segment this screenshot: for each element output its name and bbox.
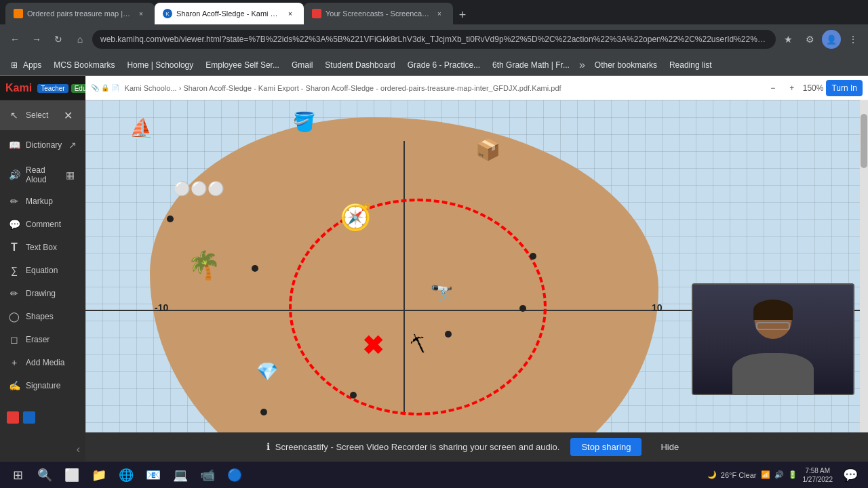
- tab-2-title: Sharon Acoff-Sledge - Kami Exp...: [176, 9, 281, 18]
- x-mark-item: ✖: [362, 331, 384, 361]
- scrollbar-thumb[interactable]: [861, 114, 867, 168]
- kami-path: Kami Schoolo... › Sharon Acoff-Sledge - …: [125, 84, 760, 92]
- dictionary-extra: ↗: [67, 136, 77, 155]
- system-tray: 🌙 26°F Clear 📶 🔊 🔋: [707, 470, 797, 479]
- hide-button[interactable]: Hide: [652, 438, 687, 456]
- taskbar-zoom[interactable]: 📹: [195, 463, 220, 487]
- tool-drawing[interactable]: ✏ Drawing: [0, 282, 85, 305]
- zoom-level: 150%: [803, 83, 824, 93]
- tool-select[interactable]: ↖ Select ✕: [0, 100, 85, 130]
- clock-date: 1/27/2022: [803, 475, 833, 484]
- drawing-label: Drawing: [26, 289, 56, 298]
- select-extra: ✕: [58, 106, 77, 125]
- tool-shapes[interactable]: ◯ Shapes: [0, 305, 85, 328]
- address-bar[interactable]: web.kamihq.com/web/viewer.html?state=%7B…: [92, 30, 776, 49]
- content-wrapper: Kami Teacher Edu ↖ Select ✕ 📖 Dictionary…: [0, 76, 868, 461]
- profile-button[interactable]: 👤: [822, 30, 841, 49]
- bookmark-gmail[interactable]: Gmail: [286, 58, 318, 73]
- more-bookmarks[interactable]: »: [576, 56, 588, 74]
- wifi-icon: 📶: [761, 470, 770, 479]
- collapse-icon: ‹: [77, 443, 80, 455]
- tab-2-close[interactable]: ×: [285, 8, 296, 19]
- taskbar-right: 🌙 26°F Clear 📶 🔊 🔋 7:58 AM 1/27/2022 💬: [707, 463, 863, 487]
- apps-label: Apps: [23, 60, 41, 70]
- taskbar-explorer[interactable]: 📁: [87, 463, 111, 487]
- zoom-out-button[interactable]: −: [765, 80, 781, 96]
- app-wrapper: Ordered pairs treasure map | Sc... × K S…: [0, 0, 868, 488]
- forward-button[interactable]: →: [27, 30, 46, 49]
- kami-sidebar: Kami Teacher Edu ↖ Select ✕ 📖 Dictionary…: [0, 76, 85, 461]
- scrollbar[interactable]: [860, 100, 868, 432]
- tool-eraser[interactable]: ◻ Eraser: [0, 328, 85, 351]
- axis-label-left: -10: [155, 302, 168, 313]
- zoom-in-button[interactable]: +: [784, 80, 800, 96]
- webcam-overlay: [692, 283, 854, 395]
- back-button[interactable]: ←: [5, 30, 24, 49]
- tool-dictionary[interactable]: 📖 Dictionary ↗: [0, 130, 85, 160]
- tab-2[interactable]: K Sharon Acoff-Sledge - Kami Exp... ×: [155, 3, 304, 24]
- read-aloud-extra: ▦: [63, 165, 77, 184]
- bookmark-grade6[interactable]: Grade 6 - Practice...: [402, 58, 486, 73]
- tool-equation[interactable]: ∑ Equation: [0, 259, 85, 282]
- dot-7: [260, 409, 267, 415]
- apps-favicon: ⊞: [11, 60, 20, 70]
- toolbar-right: ★ ⚙ 👤 ⋮: [778, 30, 863, 49]
- bookmark-6thmath[interactable]: 6th Grade Math | Fr...: [487, 58, 575, 73]
- gem-item: 💎: [256, 361, 278, 382]
- tool-read-aloud[interactable]: 🔊 Read Aloud ▦: [0, 160, 85, 190]
- turn-in-button[interactable]: Turn In: [826, 80, 863, 96]
- bookmark-home[interactable]: Home | Schoology: [121, 58, 199, 73]
- markup-label: Markup: [26, 197, 53, 206]
- 6thmath-label: 6th Grade Math | Fr...: [492, 60, 570, 70]
- tab-1[interactable]: Ordered pairs treasure map | Sc... ×: [5, 3, 155, 24]
- tab-3-close[interactable]: ×: [434, 8, 445, 19]
- tab-1-close[interactable]: ×: [136, 8, 146, 19]
- dot-2: [252, 265, 258, 272]
- tool-add-media[interactable]: + Add Media: [0, 351, 85, 374]
- comment-icon: 💬: [8, 218, 20, 230]
- bookmark-reading[interactable]: Reading list: [664, 58, 717, 73]
- bookmark-apps[interactable]: ⊞ Apps: [5, 58, 47, 73]
- refresh-button[interactable]: ↻: [49, 30, 68, 49]
- taskbar-mail[interactable]: 📧: [141, 463, 165, 487]
- windows-start-button[interactable]: ⊞: [5, 463, 30, 487]
- menu-button[interactable]: ⋮: [844, 30, 863, 49]
- tab-3[interactable]: Your Screencasts - Screencastify ×: [304, 3, 453, 24]
- kami-top-bar: 📎 🔒 📄 Kami Schoolo... › Sharon Acoff-Sle…: [85, 76, 868, 100]
- gmail-label: Gmail: [292, 60, 313, 70]
- color-blue[interactable]: [23, 411, 35, 424]
- taskbar-task-view[interactable]: ⬜: [60, 463, 84, 487]
- bookmark-mcs[interactable]: MCS Bookmarks: [48, 58, 120, 73]
- add-media-label: Add Media: [26, 358, 64, 367]
- sidebar-collapse-button[interactable]: ‹: [0, 438, 85, 461]
- tool-text-box[interactable]: T Text Box: [0, 236, 85, 259]
- extensions-button[interactable]: ⚙: [800, 30, 819, 49]
- home-button[interactable]: ⌂: [71, 30, 90, 49]
- read-aloud-label: Read Aloud: [26, 165, 58, 184]
- taskbar-browser[interactable]: 🌐: [114, 463, 138, 487]
- select-icon: ↖: [8, 109, 20, 121]
- stop-sharing-button[interactable]: Stop sharing: [570, 438, 642, 456]
- markup-icon: ✏: [8, 195, 20, 207]
- tool-comment[interactable]: 💬 Comment: [0, 213, 85, 236]
- bookmark-other[interactable]: Other bookmarks: [589, 58, 663, 73]
- weather-icon: 🌙: [707, 470, 717, 479]
- taskbar-teams[interactable]: 💻: [168, 463, 193, 487]
- tool-signature[interactable]: ✍ Signature: [0, 374, 85, 397]
- notification-center-button[interactable]: 💬: [838, 463, 863, 487]
- url-text: web.kamihq.com/web/viewer.html?state=%7B…: [100, 35, 768, 44]
- bookmark-employee[interactable]: Employee Self Ser...: [200, 58, 285, 73]
- bookmark-button[interactable]: ★: [778, 30, 797, 49]
- eraser-label: Eraser: [26, 335, 50, 344]
- bookmark-student[interactable]: Student Dashboard: [319, 58, 400, 73]
- taskbar-search[interactable]: 🔍: [33, 463, 57, 487]
- new-tab-button[interactable]: +: [453, 5, 472, 24]
- bookmarks-bar: ⊞ Apps MCS Bookmarks Home | Schoology Em…: [0, 54, 868, 76]
- taskbar-chrome[interactable]: 🔵: [222, 463, 247, 487]
- tool-markup[interactable]: ✏ Markup: [0, 190, 85, 213]
- dot-5: [445, 331, 452, 338]
- color-red[interactable]: [7, 411, 19, 424]
- system-clock[interactable]: 7:58 AM 1/27/2022: [803, 466, 833, 484]
- compass-item: 🧭: [340, 202, 372, 232]
- barrel-item: 🪣: [292, 110, 316, 133]
